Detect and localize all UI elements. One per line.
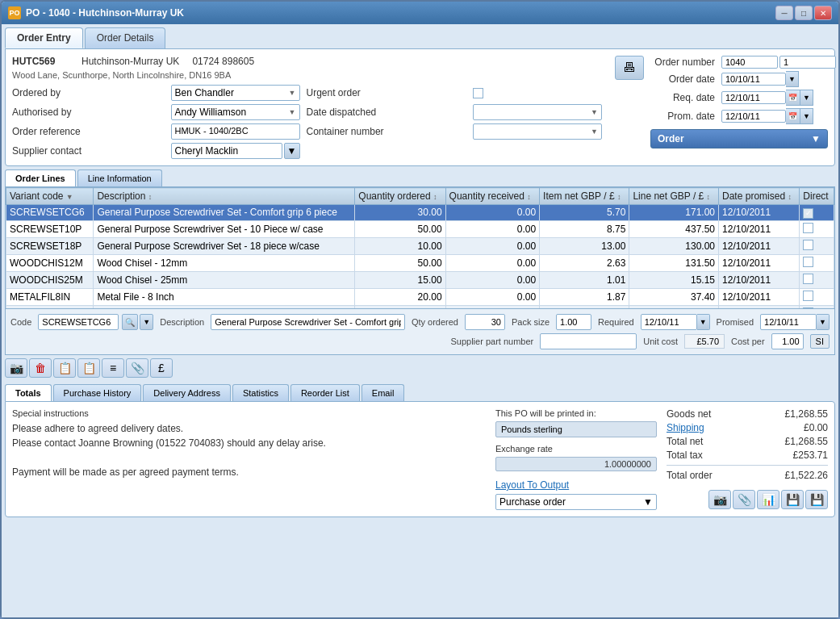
required-date-input[interactable]	[641, 314, 697, 330]
order-date-row: Order date 10/10/11 ▼	[650, 71, 836, 87]
order-ref-input[interactable]: HMUK - 1040/2BC	[171, 123, 300, 140]
table-row[interactable]: WOODCHIS12MWood Chisel - 12mm50.000.002.…	[6, 254, 834, 271]
direct-checkbox[interactable]	[803, 240, 813, 250]
supplier-part-input[interactable]	[540, 333, 637, 349]
order-number-label: Order number	[650, 56, 715, 68]
toolbar-list-button[interactable]: ≡	[102, 358, 124, 378]
tab-order-entry[interactable]: Order Entry	[5, 27, 83, 48]
total-net-value: £1,268.55	[771, 436, 828, 447]
toolbar-paste-button[interactable]: 📋	[77, 358, 100, 378]
layout-dropdown[interactable]: Purchase order ▼	[495, 494, 657, 510]
toolbar-camera-button[interactable]: 📷	[5, 358, 27, 378]
urgent-order-checkbox[interactable]	[473, 88, 483, 98]
prom-date-value[interactable]: 12/10/11	[721, 110, 786, 123]
tab-totals[interactable]: Totals	[5, 384, 52, 401]
bottom-save2-button[interactable]: 💾	[805, 490, 828, 509]
th-line-net: Line net GBP / £ ↕	[629, 188, 719, 205]
code-search-button[interactable]: 🔍	[122, 314, 138, 330]
authorised-by-input[interactable]: Andy Williamson▼	[171, 104, 300, 120]
qty-ordered-input[interactable]	[465, 314, 505, 330]
tab-line-information[interactable]: Line Information	[77, 169, 162, 186]
layout-to-output-link[interactable]: Layout To Output	[495, 479, 569, 491]
table-row[interactable]: SCREWSET10PGeneral Purpose Screwdriver S…	[6, 220, 834, 237]
close-button[interactable]: ✕	[814, 6, 832, 20]
prom-date-dropdown[interactable]: ▼	[800, 108, 813, 124]
order-date-dropdown[interactable]: ▼	[786, 71, 799, 87]
print-section: This PO will be printed in: Pounds sterl…	[495, 408, 657, 510]
bottom-attach-button[interactable]: 📎	[733, 490, 755, 509]
total-net-row: Total net £1,268.55	[667, 436, 828, 447]
toolbar-delete-button[interactable]: 🗑	[29, 358, 52, 378]
promised-date-dropdown[interactable]: ▼	[817, 314, 830, 330]
tab-reorder-list[interactable]: Reorder List	[290, 384, 360, 401]
direct-checkbox[interactable]: ✓	[803, 208, 813, 219]
direct-checkbox[interactable]	[803, 257, 813, 267]
container-number-input[interactable]: ▼	[473, 123, 602, 140]
tab-email[interactable]: Email	[361, 384, 405, 401]
bottom-chart-button[interactable]: 📊	[757, 490, 779, 509]
ordered-by-label: Ordered by	[12, 87, 165, 98]
maximize-button[interactable]: □	[795, 6, 813, 20]
bottom-save-button[interactable]: 💾	[781, 490, 804, 509]
unit-cost-label: Unit cost	[643, 337, 678, 346]
req-date-dropdown[interactable]: ▼	[800, 90, 813, 106]
req-date-value[interactable]: 12/10/11	[721, 91, 786, 104]
instructions-label: Special instructions	[12, 408, 486, 418]
goods-net-row: Goods net £1,268.55	[667, 408, 828, 420]
totals-section: Goods net £1,268.55 Shipping £0.00 Total…	[667, 408, 828, 510]
order-date-value[interactable]: 10/10/11	[721, 73, 786, 86]
goods-net-label: Goods net	[667, 408, 711, 420]
pack-size-input[interactable]	[556, 314, 591, 330]
order-number-value[interactable]: 1040	[721, 56, 778, 69]
table-row[interactable]: SCREWSET18PGeneral Purpose Screwdriver S…	[6, 237, 834, 254]
instructions-line4: Payment will be made as per agreed payme…	[12, 465, 486, 479]
urgent-order-label: Urgent order	[307, 87, 467, 98]
order-status-dropdown[interactable]: Order ▼	[650, 129, 828, 148]
table-scroll-area[interactable]: Variant code ▼ Description ↕ Quantity or…	[6, 187, 834, 308]
tab-order-details[interactable]: Order Details	[85, 27, 166, 48]
supplier-contact-input[interactable]: Cheryl Macklin	[171, 143, 282, 159]
tab-purchase-history[interactable]: Purchase History	[53, 384, 142, 401]
tab-order-lines[interactable]: Order Lines	[5, 169, 76, 186]
req-date-calendar-icon[interactable]: 📅	[786, 90, 800, 106]
direct-checkbox[interactable]	[803, 274, 813, 284]
toolbar-attach-button[interactable]: 📎	[126, 358, 148, 378]
instructions-text: Please adhere to agreed delivery dates. …	[12, 421, 486, 479]
minimize-button[interactable]: ─	[775, 6, 793, 20]
required-label: Required	[598, 317, 634, 327]
tab-delivery-address[interactable]: Delivery Address	[143, 384, 231, 401]
supplier-contact-label: Supplier contact	[12, 145, 165, 157]
unit-cost-value: £5.70	[684, 334, 725, 349]
supplier-contact-add-button[interactable]: ▼	[284, 143, 300, 159]
order-number-seq[interactable]: 1	[779, 56, 836, 69]
total-order-label: Total order	[667, 470, 713, 481]
direct-checkbox[interactable]	[803, 223, 813, 233]
toolbar-currency-button[interactable]: £	[150, 358, 173, 378]
bottom-camera-button[interactable]: 📷	[708, 490, 731, 509]
shipping-label[interactable]: Shipping	[667, 422, 704, 433]
detail-row-2: Supplier part number Unit cost £5.70 Cos…	[10, 333, 830, 349]
code-input[interactable]	[38, 314, 119, 330]
order-number-row: Order number 1040 1	[650, 56, 836, 69]
order-info-grid: Order number 1040 1 Order date 10/10/11 …	[650, 56, 828, 124]
layout-value: Purchase order	[499, 496, 566, 508]
prom-date-calendar-icon[interactable]: 📅	[786, 108, 800, 124]
ordered-by-input[interactable]: Ben Chandler▼	[171, 85, 300, 101]
promised-date-input[interactable]	[760, 314, 817, 330]
table-row[interactable]: SCREWSETCG6General Purpose Screwdriver S…	[6, 205, 834, 221]
cost-per-input[interactable]	[771, 333, 804, 349]
description-input[interactable]	[211, 314, 405, 330]
header-row: HUTC569 Hutchinson-Murray UK 01724 89860…	[12, 56, 828, 159]
table-row[interactable]: METALFIL8INMetal File - 8 Inch20.000.001…	[6, 288, 834, 305]
required-date-dropdown[interactable]: ▼	[697, 314, 710, 330]
date-dispatched-input[interactable]: ▼	[473, 104, 602, 120]
table-row[interactable]: WOODCHIS25MWood Chisel - 25mm15.000.001.…	[6, 271, 834, 288]
code-dropdown-button[interactable]: ▼	[140, 314, 153, 330]
table-row[interactable]: CLAWHAMMLEAClaw Hammer - w/ Leather hand…	[6, 305, 834, 308]
toolbar-copy-button[interactable]: 📋	[53, 358, 76, 378]
promised-label: Promised	[717, 317, 754, 327]
tab-statistics[interactable]: Statistics	[232, 384, 289, 401]
direct-checkbox[interactable]	[803, 291, 813, 301]
direct-checkbox[interactable]	[803, 307, 813, 309]
fax-icon[interactable]: 🖷	[615, 56, 644, 80]
